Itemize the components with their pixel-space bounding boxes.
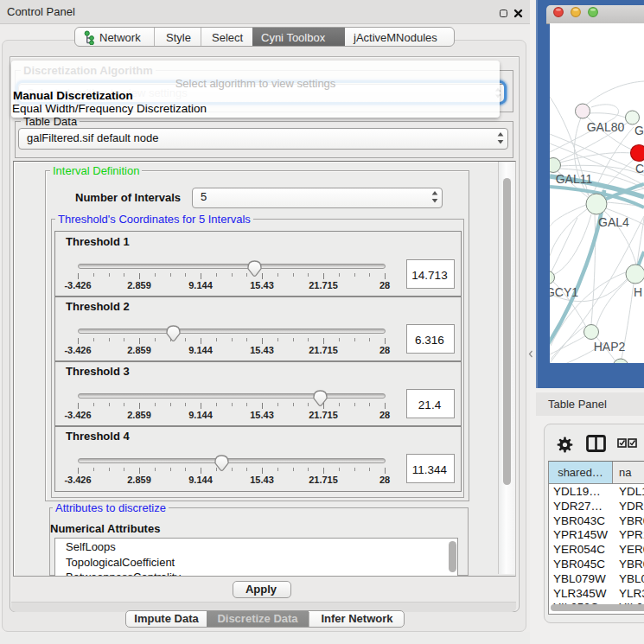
svg-text:GCY1: GCY1: [550, 285, 578, 299]
svg-text:HAP2: HAP2: [594, 340, 626, 354]
svg-text:GAL80: GAL80: [587, 120, 625, 134]
svg-text:GAL4: GAL4: [598, 215, 629, 229]
svg-text:GA: GA: [634, 124, 644, 137]
svg-text:H: H: [634, 285, 642, 299]
svg-text:C: C: [635, 162, 644, 175]
svg-text:GAL11: GAL11: [556, 172, 593, 186]
